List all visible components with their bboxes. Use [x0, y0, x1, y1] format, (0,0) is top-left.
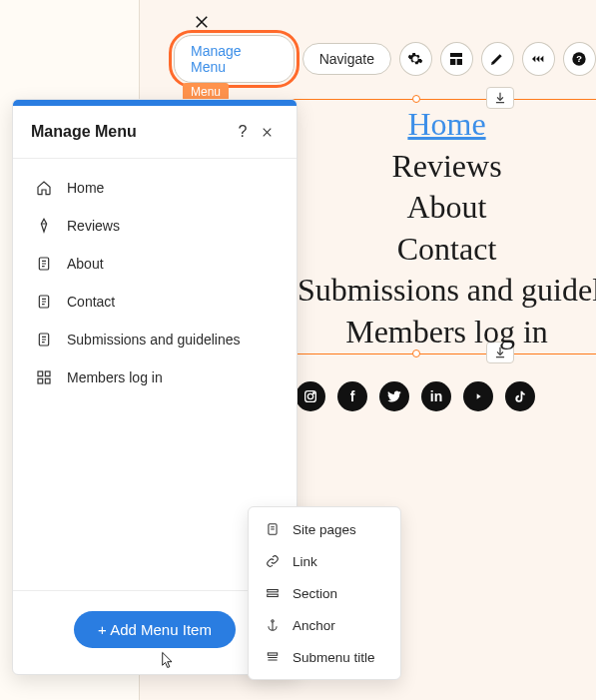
- svg-point-18: [272, 620, 274, 622]
- svg-rect-14: [45, 378, 50, 383]
- menu-item-members[interactable]: Members log in: [13, 358, 297, 396]
- dropdown-label: Site pages: [293, 522, 356, 537]
- dropdown-label: Section: [293, 586, 337, 601]
- panel-close-icon[interactable]: [255, 120, 279, 144]
- svg-text:?: ?: [577, 54, 583, 64]
- svg-point-7: [313, 392, 314, 393]
- nav-item-home[interactable]: Home: [298, 104, 596, 146]
- anchor-icon: [265, 617, 281, 633]
- page-icon: [35, 293, 53, 311]
- nav-item-about[interactable]: About: [298, 187, 596, 229]
- nav-item-reviews[interactable]: Reviews: [298, 146, 596, 188]
- grid-icon: [35, 368, 53, 386]
- instagram-icon[interactable]: [296, 381, 325, 411]
- page-icon: [35, 255, 53, 273]
- facebook-icon[interactable]: f: [337, 381, 367, 411]
- svg-rect-12: [45, 371, 50, 376]
- page-icon: [35, 331, 53, 349]
- home-icon: [35, 179, 53, 197]
- linkedin-icon[interactable]: in: [421, 381, 451, 411]
- pen-icon: [35, 217, 53, 235]
- navigate-button[interactable]: Navigate: [302, 43, 391, 75]
- design-icon[interactable]: [481, 42, 514, 76]
- page-icon: [265, 521, 281, 537]
- layout-icon[interactable]: [440, 42, 473, 76]
- add-menu-item-button[interactable]: + Add Menu Item: [74, 611, 236, 648]
- menu-items-list: Home Reviews About Contact Submissions a…: [13, 159, 297, 406]
- close-selection-button[interactable]: [191, 11, 213, 33]
- dropdown-submenu-title[interactable]: Submenu title: [249, 641, 400, 673]
- svg-rect-11: [38, 371, 43, 376]
- menu-item-about[interactable]: About: [13, 245, 297, 283]
- twitter-icon[interactable]: [379, 381, 409, 411]
- menu-item-label: Contact: [67, 294, 115, 310]
- svg-rect-1: [450, 59, 455, 65]
- svg-rect-13: [38, 378, 43, 383]
- panel-help-icon[interactable]: ?: [231, 120, 255, 144]
- svg-rect-0: [450, 53, 462, 57]
- dropdown-site-pages[interactable]: Site pages: [249, 513, 400, 545]
- section-icon: [265, 585, 281, 601]
- menu-item-home[interactable]: Home: [13, 169, 297, 207]
- add-menu-item-dropdown: Site pages Link Section Anchor Submenu t…: [248, 506, 401, 680]
- manage-menu-button[interactable]: Manage Menu: [174, 35, 295, 83]
- element-toolbar: Manage Menu Navigate ?: [174, 35, 596, 83]
- dropdown-label: Submenu title: [293, 650, 375, 665]
- section-handle-top[interactable]: [412, 95, 420, 103]
- svg-rect-19: [268, 653, 277, 655]
- nav-item-members[interactable]: Members log in: [298, 312, 596, 353]
- dropdown-label: Link: [293, 554, 317, 569]
- dropdown-section[interactable]: Section: [249, 577, 400, 609]
- menu-item-label: About: [67, 256, 104, 272]
- submenu-icon: [265, 649, 281, 665]
- svg-rect-16: [268, 590, 279, 592]
- svg-rect-17: [268, 594, 279, 596]
- menu-item-label: Members log in: [67, 369, 163, 385]
- settings-icon[interactable]: [399, 42, 432, 76]
- panel-header: Manage Menu ?: [13, 106, 297, 159]
- menu-item-label: Submissions and guidelines: [67, 332, 241, 348]
- svg-point-6: [307, 393, 312, 398]
- dropdown-link[interactable]: Link: [249, 545, 400, 577]
- youtube-icon[interactable]: [463, 381, 493, 411]
- nav-item-contact[interactable]: Contact: [298, 229, 596, 271]
- nav-item-submissions[interactable]: Submissions and guidelines: [298, 270, 596, 312]
- dropdown-label: Anchor: [293, 618, 335, 633]
- help-icon[interactable]: ?: [563, 42, 596, 76]
- panel-title: Manage Menu: [31, 123, 231, 141]
- social-bar: f in: [296, 381, 535, 411]
- animation-icon[interactable]: [522, 42, 555, 76]
- site-menu-preview: Home Reviews About Contact Submissions a…: [298, 104, 596, 353]
- menu-item-reviews[interactable]: Reviews: [13, 207, 297, 245]
- tiktok-icon[interactable]: [505, 381, 535, 411]
- menu-item-label: Home: [67, 180, 104, 196]
- menu-item-contact[interactable]: Contact: [13, 283, 297, 321]
- menu-item-label: Reviews: [67, 218, 120, 234]
- menu-item-submissions[interactable]: Submissions and guidelines: [13, 321, 297, 358]
- link-icon: [265, 553, 281, 569]
- dropdown-anchor[interactable]: Anchor: [249, 609, 400, 641]
- svg-rect-2: [457, 59, 462, 65]
